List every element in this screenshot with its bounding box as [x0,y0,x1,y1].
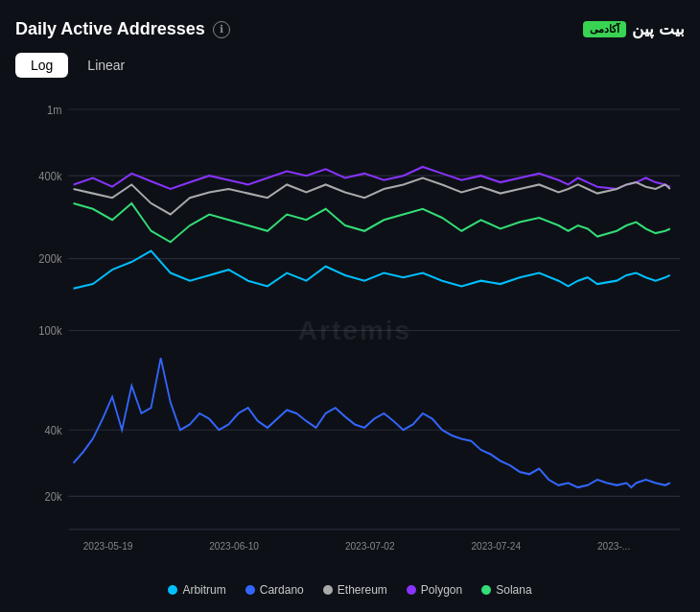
legend-item: Arbitrum [168,583,225,597]
svg-text:2023-06-10: 2023-06-10 [209,539,259,552]
page-title: Daily Active Addresses [15,19,205,39]
legend-label: Cardano [260,583,304,597]
brand-name: بیت پین [632,19,685,39]
svg-text:2023-07-02: 2023-07-02 [345,539,395,552]
legend-label: Ethereum [338,583,387,597]
brand-badge: آکادمی [583,21,626,37]
info-icon[interactable]: ℹ [213,21,230,38]
legend-dot [323,585,333,595]
header: Daily Active Addresses ℹ آکادمی بیت پین [15,19,685,39]
svg-text:2023-05-19: 2023-05-19 [83,539,133,552]
legend-item: Solana [481,583,531,597]
svg-text:1m: 1m [47,103,62,117]
svg-text:40k: 40k [45,423,62,437]
legend-dot [168,585,177,595]
legend: ArbitrumCardanoEthereumPolygonSolana [15,583,685,597]
legend-dot [481,585,491,595]
linear-button[interactable]: Linear [72,53,140,78]
svg-text:400k: 400k [38,169,61,183]
toggle-group: Log Linear [15,53,685,78]
legend-label: Polygon [421,583,462,597]
legend-label: Arbitrum [182,583,225,597]
legend-dot [245,585,255,595]
svg-text:200k: 200k [38,252,61,267]
chart-area: Artemis 1m 400k 200k 100k 40k 20k 2023-0… [25,87,685,574]
brand-area: آکادمی بیت پین [583,19,685,39]
chart-svg: 1m 400k 200k 100k 40k 20k 2023-05-19 202… [25,87,685,574]
main-container: Daily Active Addresses ℹ آکادمی بیت پین … [0,0,700,612]
legend-item: Polygon [407,583,462,597]
legend-label: Solana [496,583,531,597]
svg-text:2023-...: 2023-... [597,539,630,552]
legend-item: Ethereum [323,583,387,597]
ethereum-line [74,177,670,214]
log-button[interactable]: Log [15,53,68,78]
legend-item: Cardano [245,583,304,597]
svg-text:20k: 20k [45,489,62,504]
legend-dot [407,585,416,595]
svg-text:100k: 100k [38,323,61,338]
title-area: Daily Active Addresses ℹ [15,19,230,39]
svg-text:2023-07-24: 2023-07-24 [471,539,521,552]
cardano-line [74,358,670,487]
arbitrum-line [74,251,670,289]
